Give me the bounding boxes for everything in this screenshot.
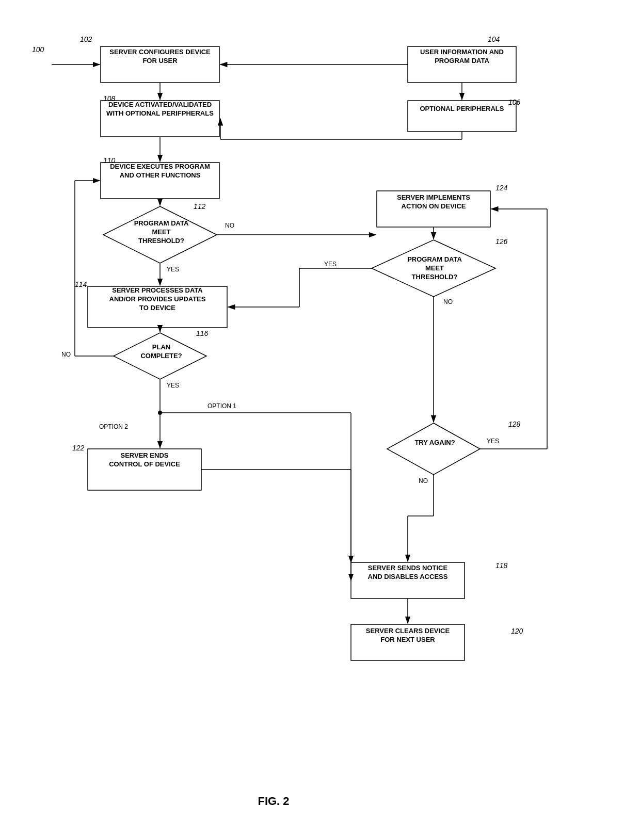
ref-100: 100 [32, 45, 44, 54]
figure-label: FIG. 2 [222, 795, 325, 808]
ref-116: 116 [196, 329, 208, 337]
box-118-label: SERVER SENDS NOTICEAND DISABLES ACCESS [351, 564, 465, 581]
box-108-label: DEVICE ACTIVATED/VALIDATEDWITH OPTIONAL … [101, 101, 219, 118]
ref-120: 120 [511, 627, 523, 635]
ref-128: 128 [508, 420, 520, 428]
flowchart-diagram: 100 102 104 106 108 110 112 114 116 118 … [0, 0, 640, 840]
box-110-label: DEVICE EXECUTES PROGRAMAND OTHER FUNCTIO… [101, 163, 219, 180]
svg-marker-14 [387, 423, 480, 475]
ref-122: 122 [72, 444, 84, 452]
flow-yes-112: YES [163, 266, 183, 274]
ref-102: 102 [80, 35, 92, 43]
diamond-112-label: PROGRAM DATAMEETTHRESHOLD? [119, 219, 204, 246]
box-106-label: OPTIONAL PERIPHERALS [408, 105, 516, 114]
ref-114: 114 [75, 280, 87, 288]
box-124-label: SERVER IMPLEMENTSACTION ON DEVICE [377, 193, 490, 211]
ref-104: 104 [488, 35, 500, 43]
flow-no-126: NO [438, 298, 458, 306]
ref-126: 126 [495, 237, 507, 246]
flowchart-svg [0, 0, 640, 840]
box-114-label: SERVER PROCESSES DATAAND/OR PROVIDES UPD… [88, 286, 227, 313]
ref-118: 118 [495, 561, 507, 570]
flow-yes-126: YES [320, 261, 341, 269]
flow-no-116: NO [56, 351, 76, 359]
flow-yes-116: YES [163, 382, 183, 390]
option-2-label: OPTION 2 [88, 423, 139, 431]
flow-no-112: NO [219, 222, 240, 230]
box-122-label: SERVER ENDSCONTROL OF DEVICE [88, 451, 201, 469]
flow-no-128: NO [413, 477, 434, 486]
box-102-label: SERVER CONFIGURES DEVICEFOR USER [101, 48, 219, 66]
box-120-label: SERVER CLEARS DEVICEFOR NEXT USER [351, 627, 465, 644]
flow-yes-128: YES [483, 438, 503, 446]
ref-112: 112 [194, 202, 205, 211]
option-1-label: OPTION 1 [196, 402, 248, 411]
diamond-126-label: PROGRAM DATAMEETTHRESHOLD? [393, 255, 476, 282]
diamond-116-label: PLANCOMPLETE? [124, 343, 199, 361]
diamond-128-label: TRY AGAIN? [397, 439, 472, 447]
ref-124: 124 [495, 184, 507, 192]
box-104-label: USER INFORMATION ANDPROGRAM DATA [408, 48, 516, 66]
